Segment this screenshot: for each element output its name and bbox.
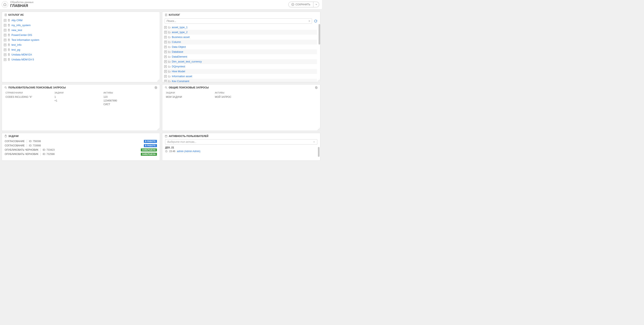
search-column-header: ЗАДАЧИ: [166, 92, 207, 94]
expand-toggle[interactable]: +: [4, 44, 6, 46]
search-item[interactable]: 123: [104, 96, 144, 98]
activity-date: ДЕК. 21: [162, 146, 320, 150]
expand-toggle[interactable]: +: [4, 49, 6, 51]
save-button-label: СОХРАНИТЬ: [296, 3, 310, 6]
refresh-icon[interactable]: [314, 19, 318, 23]
task-row[interactable]: СОГЛАСОВАНИЕID: 759306В РАБОТЕ: [2, 139, 160, 144]
search-icon: [4, 86, 7, 89]
save-button-dropdown[interactable]: [314, 2, 319, 7]
scrollbar[interactable]: [318, 24, 320, 45]
expand-toggle[interactable]: +: [164, 41, 167, 43]
svg-point-14: [165, 87, 166, 88]
expand-toggle[interactable]: +: [164, 80, 167, 82]
catalog-is-tree: +Ally CRM+my_info_system+new_test+PowerC…: [2, 18, 160, 62]
expand-toggle[interactable]: +: [164, 75, 167, 78]
expand-toggle[interactable]: +: [4, 19, 6, 22]
search-item[interactable]: CODES INCLUDING "4": [6, 96, 46, 98]
search-column: ЗАДАЧИМОИ ЗАДАЧИ: [166, 92, 207, 99]
expand-toggle[interactable]: +: [164, 36, 167, 38]
gear-icon[interactable]: [154, 86, 157, 89]
tree-item-link[interactable]: DataElement: [172, 55, 187, 58]
tasks-body: СОГЛАСОВАНИЕID: 759306В РАБОТЕСОГЛАСОВАН…: [2, 138, 160, 160]
catalog-search-input[interactable]: [166, 20, 306, 23]
calendar-icon: [165, 135, 168, 138]
home-icon[interactable]: [2, 1, 8, 8]
header-subtitle: Обработка данных: [10, 1, 288, 4]
gear-icon[interactable]: [315, 86, 318, 89]
tree-item-link[interactable]: test_info: [12, 43, 22, 46]
document-icon: [165, 14, 168, 16]
tree-item: +Key Constraint: [164, 79, 317, 82]
resize-handle[interactable]: [318, 80, 320, 82]
expand-toggle[interactable]: +: [164, 51, 167, 53]
status-badge: ЗАВЕРШЕНА: [141, 148, 157, 151]
tree-item-link[interactable]: Database: [172, 50, 183, 53]
activity-row: 15:46admin (Admin Admin): [162, 150, 320, 153]
expand-toggle[interactable]: +: [164, 31, 167, 34]
scrollbar[interactable]: [318, 147, 320, 157]
tree-item-link[interactable]: Test information system: [12, 38, 40, 42]
status-badge: В РАБОТЕ: [144, 140, 157, 143]
tree-item-link[interactable]: test_pg: [12, 48, 20, 51]
resize-handle[interactable]: [157, 80, 159, 82]
tree-item-link[interactable]: Column: [172, 41, 181, 44]
svg-point-13: [156, 87, 156, 88]
tree-item-link[interactable]: asset_type_1: [172, 26, 188, 29]
tree-item: +DQmyntest: [164, 64, 317, 69]
tree-item-link[interactable]: Business asset: [172, 36, 190, 39]
expand-toggle[interactable]: +: [164, 61, 167, 63]
tree-item: +Unidata MDM EA 5: [4, 57, 158, 62]
tree-item-link[interactable]: PowerCenter DIS: [12, 34, 32, 37]
task-type: СОГЛАСОВАНИЕ: [5, 144, 25, 147]
search-item[interactable]: 1234567890: [104, 99, 144, 102]
expand-toggle[interactable]: +: [164, 70, 167, 73]
search-item[interactable]: МОЙ ЗАПРОС: [215, 96, 256, 98]
tree-item-link[interactable]: Hive Model: [172, 70, 185, 73]
resize-handle[interactable]: [318, 128, 320, 130]
panel-header-activity: АКТИВНОСТЬ ПОЛЬЗОВАТЕЛЕЙ: [162, 133, 320, 138]
panel-title: КАТАЛОГ ИС: [8, 14, 24, 16]
tree-item-link[interactable]: new_test: [12, 29, 22, 32]
resize-handle[interactable]: [157, 128, 159, 130]
expand-toggle[interactable]: +: [164, 46, 167, 48]
chevron-down-icon: [313, 141, 315, 143]
expand-toggle[interactable]: +: [4, 34, 6, 36]
expand-toggle[interactable]: +: [4, 39, 6, 41]
expand-toggle[interactable]: +: [4, 29, 6, 32]
tree-item-link[interactable]: Ally CRM: [12, 19, 22, 22]
clock-icon: [165, 150, 168, 153]
task-row[interactable]: ОПУБЛИКОВАТЬ ЧЕРНОВИКID: 733423ЗАВЕРШЕНА: [2, 148, 160, 152]
task-id: ID: 733423: [43, 148, 55, 151]
activity-user[interactable]: admin (Admin Admin): [177, 150, 200, 153]
task-row[interactable]: СОГЛАСОВАНИЕID: 733666В РАБОТЕ: [2, 144, 160, 148]
search-column: СПРАВОЧНИКИCODES INCLUDING "4": [6, 92, 46, 107]
tree-item-link[interactable]: Information asset: [172, 75, 192, 78]
tree-item: +PowerCenter DIS: [4, 33, 158, 38]
expand-toggle[interactable]: +: [164, 26, 167, 29]
tree-item-link[interactable]: Key Constraint: [172, 80, 189, 82]
search-item[interactable]: СИСТ: [104, 103, 144, 106]
expand-toggle[interactable]: +: [4, 58, 6, 61]
save-button[interactable]: СОХРАНИТЬ: [288, 2, 314, 7]
tree-item-link[interactable]: Unidata MDM EA 5: [12, 58, 34, 61]
save-button-group: СОХРАНИТЬ: [288, 2, 319, 7]
expand-toggle[interactable]: +: [4, 24, 6, 27]
panel-tasks: ЗАДАЧИ СОГЛАСОВАНИЕID: 759306В РАБОТЕСОГ…: [2, 133, 160, 161]
tree-item-link[interactable]: Dim_asset_test_currency: [172, 60, 202, 63]
tree-item-link[interactable]: my_info_system: [12, 24, 30, 27]
search-item[interactable]: МОИ ЗАДАЧИ: [166, 96, 207, 98]
clear-icon[interactable]: [308, 20, 310, 22]
tree-item-link[interactable]: asset_type_2: [172, 31, 188, 34]
expand-toggle[interactable]: +: [164, 56, 167, 58]
search-item[interactable]: +1: [54, 99, 95, 102]
tree-item-link[interactable]: DQmyntest: [172, 65, 185, 68]
tree-item-link[interactable]: Unidata MDM EA: [12, 53, 32, 56]
expand-toggle[interactable]: +: [4, 54, 6, 56]
search-item[interactable]: 1: [54, 96, 95, 98]
task-row[interactable]: ОПУБЛИКОВАТЬ ЧЕРНОВИКID: 732598ЗАВЕРШЕНА: [2, 152, 160, 156]
search-icon: [165, 86, 168, 89]
expand-toggle[interactable]: +: [164, 65, 167, 68]
task-id: ID: 759306: [29, 140, 41, 143]
tree-item-link[interactable]: Data Object: [172, 45, 186, 48]
activity-type-select[interactable]: Выберите тип актива...: [165, 139, 317, 145]
